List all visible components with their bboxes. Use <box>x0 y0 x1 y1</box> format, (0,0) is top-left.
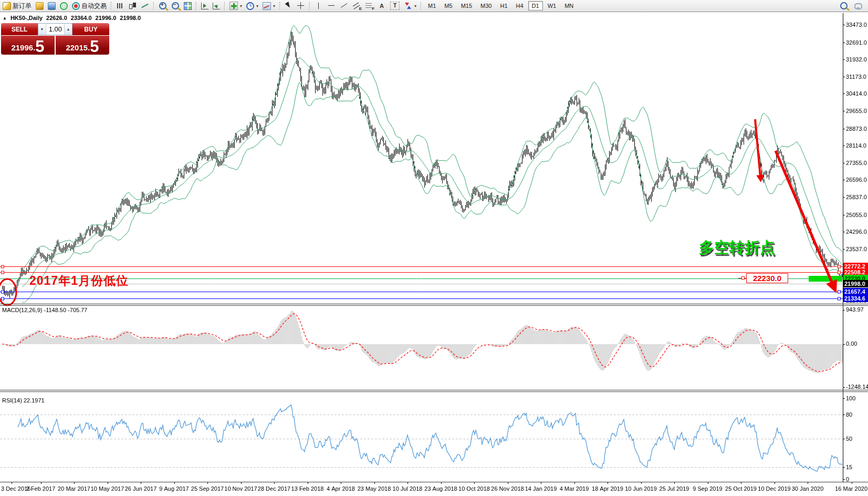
text-icon: A <box>378 3 386 9</box>
annotation-price-box[interactable]: 22230.0 <box>746 273 788 283</box>
chevron-down-icon: ▾ <box>273 4 275 8</box>
ohlc-low: 21996.0 <box>96 15 117 21</box>
horizontal-line-button[interactable] <box>326 1 337 11</box>
buy-button[interactable]: BUY <box>72 23 109 35</box>
chevron-down-icon: ▾ <box>256 4 258 8</box>
symbol-period-label: HK50-,Daily <box>11 15 43 21</box>
periods-button[interactable]: ▾ <box>245 1 260 11</box>
candlestick-chart-icon <box>128 2 137 10</box>
volume-decrease-button[interactable]: ▼ <box>38 24 46 35</box>
zoom-out-icon <box>172 2 179 9</box>
text-button[interactable]: A <box>376 1 388 11</box>
ohlc-open: 22626.0 <box>46 15 67 21</box>
market-watch-icon <box>60 2 68 10</box>
rsi-label: RSI(14) 22.1971 <box>2 397 45 404</box>
buy-price-main: 22015 <box>66 44 88 53</box>
volume-input[interactable]: 1.00 <box>46 24 64 35</box>
equidistant-channel-button[interactable]: E <box>351 1 362 11</box>
new-order-button[interactable]: 新订单 <box>1 1 33 11</box>
text-label-button[interactable]: T <box>389 1 401 11</box>
templates-button[interactable]: ▾ <box>261 1 277 11</box>
charts-button[interactable] <box>34 1 45 11</box>
tile-windows-icon <box>184 2 192 10</box>
sell-price[interactable]: 21996.5 <box>1 36 55 55</box>
profiles-button[interactable] <box>46 1 57 11</box>
new-order-label: 新订单 <box>13 2 32 11</box>
cursor-button[interactable] <box>283 1 294 11</box>
line-chart-button[interactable] <box>139 1 151 11</box>
toolbar-separator <box>224 2 225 11</box>
bar-chart-button[interactable] <box>114 1 126 11</box>
chat-button[interactable] <box>853 1 864 11</box>
volume-stepper: ▼ 1.00 ▲ <box>38 23 72 35</box>
zoom-in-button[interactable] <box>157 1 169 11</box>
fibonacci-icon: F <box>365 2 373 10</box>
autotrading-button[interactable]: 自动交易 <box>70 1 108 11</box>
crosshair-button[interactable] <box>295 1 307 11</box>
sell-price-big: 5 <box>35 40 44 53</box>
timeframe-button-m1[interactable]: M1 <box>424 1 440 11</box>
equidistant-channel-icon: E <box>352 2 361 10</box>
add-indicator-icon <box>229 2 238 10</box>
search-icon <box>840 2 848 9</box>
profiles-icon <box>48 2 56 10</box>
zoom-out-button[interactable] <box>170 1 181 11</box>
trendline-icon <box>340 2 348 10</box>
timeframe-button-w1[interactable]: W1 <box>544 1 560 11</box>
line-chart-icon <box>141 2 149 10</box>
chevron-down-icon: ▾ <box>240 4 242 8</box>
autotrading-icon <box>72 2 80 10</box>
vertical-line-icon <box>315 2 323 10</box>
add-indicator-button[interactable]: ▾ <box>228 1 244 11</box>
one-click-trade-panel: SELL ▼ 1.00 ▲ BUY 21996.5 22015.5 <box>1 23 109 55</box>
toolbar-separator <box>153 2 154 11</box>
text-label-icon: T <box>390 2 400 10</box>
macd-label: MACD(12,26,9) -1148.50 -705.77 <box>2 307 87 313</box>
timeframe-button-m5[interactable]: M5 <box>441 1 456 11</box>
timeframe-button-d1[interactable]: D1 <box>528 1 543 11</box>
new-order-icon <box>3 2 11 10</box>
sell-button[interactable]: SELL <box>1 23 38 35</box>
auto-scroll-button[interactable] <box>200 1 210 11</box>
buy-price[interactable]: 22015.5 <box>56 36 109 55</box>
chart-shift-icon <box>213 3 220 9</box>
chart-shift-button[interactable] <box>211 1 222 11</box>
collapse-panel-icon[interactable]: ▲ <box>3 16 7 20</box>
bar-chart-icon <box>116 2 124 10</box>
tile-windows-button[interactable] <box>182 1 193 11</box>
ohlc-close: 21998.0 <box>120 15 141 21</box>
timeframe-button-m30[interactable]: M30 <box>477 1 495 11</box>
candlestick-chart-button[interactable] <box>127 1 138 11</box>
search-button[interactable] <box>838 1 850 11</box>
fibonacci-button[interactable]: F <box>363 1 375 11</box>
sell-price-main: 21996 <box>11 44 33 53</box>
toolbar-grip <box>110 2 112 10</box>
annotation-2017-low[interactable]: 2017年1月份低位 <box>29 273 129 289</box>
annotation-turning-point[interactable]: 多空转折点 <box>699 237 775 259</box>
horizontal-line-icon <box>327 2 336 10</box>
clock-icon <box>246 2 254 10</box>
charts-icon <box>36 2 44 10</box>
toolbar-grip <box>279 2 280 10</box>
timeframe-button-m15[interactable]: M15 <box>457 1 476 11</box>
vertical-line-button[interactable] <box>313 1 325 11</box>
toolbar: 新订单 自动交易 ▾ ▾ ▾ E F A T ▾ M1 <box>0 0 868 12</box>
arrows-button[interactable]: ▾ <box>402 1 418 11</box>
ohlc-high: 23364.0 <box>71 15 92 21</box>
zoom-in-icon <box>159 2 166 9</box>
trendline-button[interactable] <box>338 1 350 11</box>
autotrading-label: 自动交易 <box>81 2 107 11</box>
market-watch-button[interactable] <box>58 1 69 11</box>
timeframe-button-h4[interactable]: H4 <box>513 1 527 11</box>
toolbar-separator <box>196 2 197 11</box>
cursor-icon <box>284 2 292 10</box>
volume-increase-button[interactable]: ▲ <box>64 24 72 35</box>
chat-icon <box>854 3 862 9</box>
chart-header: ▲ HK50-,Daily 22626.0 23364.0 21996.0 21… <box>3 15 141 21</box>
auto-scroll-icon <box>201 3 208 9</box>
timeframe-button-h1[interactable]: H1 <box>496 1 511 11</box>
crosshair-icon <box>297 2 305 10</box>
arrows-icon <box>404 2 412 10</box>
timeframe-button-mn[interactable]: MN <box>561 1 577 11</box>
buy-price-big: 5 <box>90 40 99 53</box>
